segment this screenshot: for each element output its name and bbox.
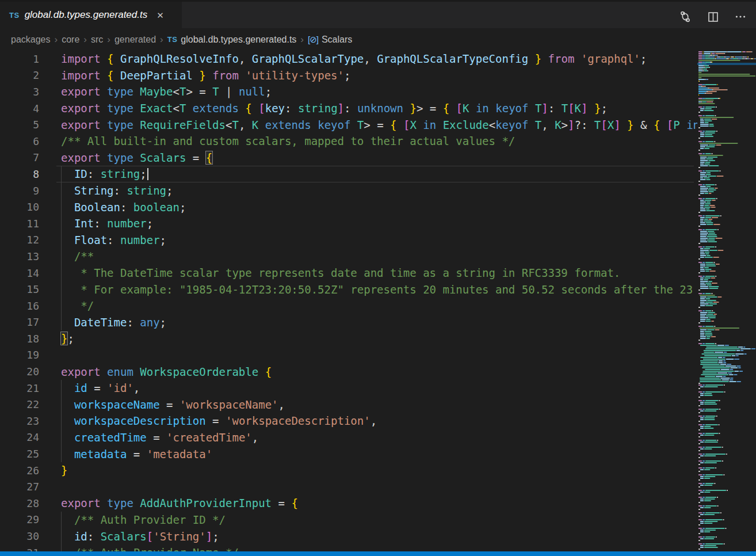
- line-number[interactable]: 10: [0, 201, 39, 213]
- line-number[interactable]: 2: [0, 69, 39, 81]
- code-line-10[interactable]: 10 Boolean: boolean;: [0, 199, 697, 215]
- line-number[interactable]: 7: [0, 151, 39, 163]
- code-text: /**: [61, 250, 94, 262]
- code-line-6[interactable]: 6/** All built-in and custom scalars, ma…: [0, 133, 697, 150]
- line-number[interactable]: 15: [0, 283, 39, 295]
- line-number[interactable]: 14: [0, 267, 39, 279]
- line-number[interactable]: 6: [0, 135, 39, 147]
- line-number[interactable]: 18: [0, 333, 39, 345]
- code-line-29[interactable]: 29 /** Auth Provider ID */: [0, 512, 697, 528]
- line-number[interactable]: 29: [0, 513, 39, 525]
- code-text: }: [61, 464, 67, 477]
- code-line-16[interactable]: 16 */: [0, 298, 697, 314]
- line-number[interactable]: 12: [0, 234, 39, 246]
- code-text: workspaceDescription = 'workspaceDescrip…: [61, 414, 377, 427]
- status-bar[interactable]: [0, 551, 756, 556]
- code-text: export enum WorkspaceOrderable {: [61, 365, 272, 378]
- tab-global-db-types-generated[interactable]: TS global.db.types.generated.ts ✕: [0, 2, 182, 28]
- code-line-1[interactable]: 1import { GraphQLResolveInfo, GraphQLSca…: [0, 51, 697, 67]
- code-text: String: string;: [61, 184, 173, 197]
- code-line-4[interactable]: 4export type Exact<T extends { [key: str…: [0, 100, 697, 117]
- breadcrumb-separator-icon: ›: [300, 34, 304, 45]
- line-number[interactable]: 13: [0, 250, 39, 262]
- code-line-14[interactable]: 14 * The DateTime scalar type represents…: [0, 265, 697, 281]
- line-number[interactable]: 20: [0, 365, 39, 378]
- code-line-24[interactable]: 24 createdTime = 'createdTime',: [0, 429, 697, 446]
- breadcrumb-separator-icon: ›: [160, 34, 163, 45]
- code-line-25[interactable]: 25 metadata = 'metadata': [0, 445, 697, 462]
- code-line-13[interactable]: 13 /**: [0, 248, 697, 265]
- breadcrumb-item-packages[interactable]: packages: [11, 35, 51, 45]
- code-line-12[interactable]: 12 Float: number;: [0, 232, 697, 249]
- line-number[interactable]: 16: [0, 300, 39, 312]
- code-line-19[interactable]: 19: [0, 347, 697, 364]
- code-text: Int: number;: [61, 217, 153, 230]
- code-line-23[interactable]: 23 workspaceDescription = 'workspaceDesc…: [0, 413, 697, 429]
- code-line-8[interactable]: 8 ID: string;: [0, 166, 697, 182]
- line-number[interactable]: 31: [0, 547, 39, 551]
- code-line-21[interactable]: 21 id = 'id',: [0, 380, 697, 397]
- code-text: createdTime = 'createdTime',: [61, 431, 258, 444]
- code-line-3[interactable]: 3export type Maybe<T> = T | null;: [0, 83, 697, 100]
- breadcrumb-item-generated[interactable]: generated: [114, 35, 156, 45]
- code-text: Float: number;: [61, 234, 166, 246]
- code-line-17[interactable]: 17 DateTime: any;: [0, 314, 697, 331]
- code-text: /** Auth Provider Name */: [61, 546, 239, 551]
- line-number[interactable]: 23: [0, 415, 39, 427]
- code-line-28[interactable]: 28export type AddAuthProviderInput = {: [0, 495, 697, 512]
- code-line-27[interactable]: 27: [0, 478, 697, 495]
- code-text: DateTime: any;: [61, 316, 166, 329]
- code-text: Boolean: boolean;: [61, 201, 186, 214]
- code-text: export type RequireFields<T, K extends k…: [61, 119, 697, 131]
- code-area[interactable]: 1import { GraphQLResolveInfo, GraphQLSca…: [0, 51, 697, 551]
- code-line-5[interactable]: 5export type RequireFields<T, K extends …: [0, 116, 697, 133]
- more-actions-icon[interactable]: [731, 8, 750, 25]
- line-number[interactable]: 5: [0, 119, 39, 131]
- code-line-20[interactable]: 20export enum WorkspaceOrderable {: [0, 363, 697, 380]
- line-number[interactable]: 22: [0, 398, 39, 410]
- line-number[interactable]: 17: [0, 316, 39, 328]
- compare-changes-icon[interactable]: [675, 8, 695, 25]
- tab-bar: TS global.db.types.generated.ts ✕: [0, 0, 756, 28]
- code-line-26[interactable]: 26}: [0, 462, 697, 479]
- code-line-15[interactable]: 15 * For example: "1985-04-12T23:20:50.5…: [0, 281, 697, 298]
- breadcrumb-item-src[interactable]: src: [91, 35, 103, 45]
- code-text: metadata = 'metadata': [61, 448, 212, 460]
- code-line-22[interactable]: 22 workspaceName = 'workspaceName',: [0, 396, 697, 413]
- line-number[interactable]: 1: [0, 53, 39, 65]
- code-line-2[interactable]: 2import { DeepPartial } from 'utility-ty…: [0, 67, 697, 84]
- minimap[interactable]: [697, 51, 756, 551]
- split-editor-icon[interactable]: [703, 8, 723, 25]
- line-number[interactable]: 24: [0, 431, 39, 443]
- line-number[interactable]: 30: [0, 530, 39, 542]
- code-text: id = 'id',: [61, 382, 140, 394]
- line-number[interactable]: 26: [0, 464, 39, 477]
- breadcrumb-separator-icon: ›: [55, 34, 58, 45]
- line-number[interactable]: 25: [0, 448, 39, 460]
- line-number[interactable]: 8: [0, 168, 39, 180]
- close-tab-icon[interactable]: ✕: [155, 10, 166, 21]
- typescript-file-icon: TS: [167, 35, 178, 44]
- breadcrumb-item-core[interactable]: core: [62, 35, 79, 45]
- code-line-11[interactable]: 11 Int: number;: [0, 215, 697, 232]
- code-text: workspaceName = 'workspaceName',: [61, 398, 285, 411]
- breadcrumb: packages›core›src›generated›TSglobal.db.…: [0, 28, 756, 51]
- code-line-7[interactable]: 7export type Scalars = {: [0, 150, 697, 166]
- breadcrumb-item-file[interactable]: TSglobal.db.types.generated.ts: [167, 35, 297, 45]
- line-number[interactable]: 28: [0, 497, 39, 509]
- line-number[interactable]: 11: [0, 218, 39, 230]
- code-line-18[interactable]: 18};: [0, 330, 697, 347]
- line-number[interactable]: 21: [0, 382, 39, 394]
- code-line-9[interactable]: 9 String: string;: [0, 182, 697, 199]
- code-line-31[interactable]: 31 /** Auth Provider Name */: [0, 544, 697, 551]
- editor-actions: [675, 3, 750, 30]
- line-number[interactable]: 4: [0, 102, 39, 115]
- code-text: };: [61, 332, 74, 345]
- code-line-30[interactable]: 30 id: Scalars['String'];: [0, 528, 697, 544]
- line-number[interactable]: 19: [0, 349, 39, 361]
- breadcrumb-item-symbol[interactable]: [⊘]Scalars: [308, 35, 352, 45]
- line-number[interactable]: 3: [0, 86, 39, 98]
- line-number[interactable]: 27: [0, 481, 39, 493]
- line-number[interactable]: 9: [0, 185, 39, 197]
- code-text: /** All built-in and custom scalars, map…: [61, 135, 515, 147]
